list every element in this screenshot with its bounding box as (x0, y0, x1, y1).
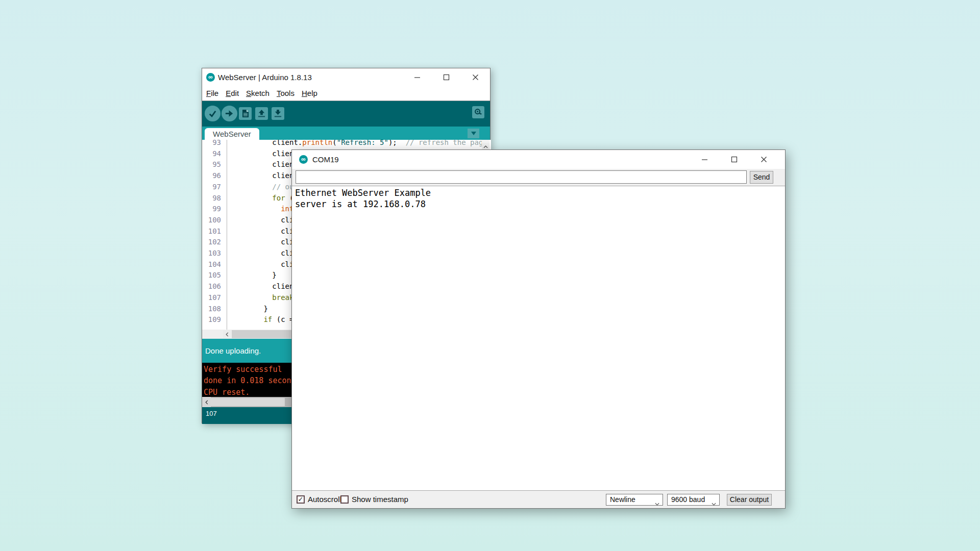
menu-item-sketch[interactable]: Sketch (242, 86, 273, 101)
scroll-left-button[interactable] (223, 330, 231, 338)
line-ending-value: Newline (610, 495, 635, 504)
close-icon (761, 156, 767, 163)
autoscroll-checkbox[interactable]: ✓ (297, 495, 305, 504)
line-number: 105 (202, 270, 221, 281)
scrollbar-thumb[interactable] (211, 398, 285, 406)
close-icon (472, 74, 479, 81)
serial-window-title: COM19 (312, 150, 339, 169)
gutter-separator (227, 140, 227, 330)
status-text: Done uploading. (205, 346, 261, 355)
autoscroll-label: Autoscroll (308, 491, 341, 508)
magnifier-icon (474, 108, 483, 117)
arduino-logo-icon: ∞ (299, 155, 308, 164)
line-number: 104 (202, 259, 221, 270)
verify-button[interactable] (205, 106, 220, 121)
serial-titlebar[interactable]: ∞ COM19 (292, 150, 785, 169)
baud-rate-select[interactable]: 9600 baud (667, 494, 720, 506)
serial-output-line: server is at 192.168.0.78 (295, 199, 785, 210)
line-number: 95 (202, 159, 221, 170)
serial-input-field[interactable] (296, 170, 747, 184)
minimize-button[interactable] (690, 150, 719, 169)
serial-output-line: Ethernet WebServer Example (295, 188, 785, 199)
minimize-icon (414, 74, 421, 81)
chevron-down-icon (471, 132, 476, 135)
maximize-button[interactable] (719, 150, 749, 169)
line-number: 109 (202, 314, 221, 325)
line-number: 98 (202, 193, 221, 204)
send-row: Send (292, 169, 785, 186)
arduino-titlebar[interactable]: ∞ WebServer | Arduino 1.8.13 (202, 68, 490, 86)
maximize-icon (443, 74, 450, 81)
save-sketch-button[interactable] (272, 107, 284, 120)
arduino-logo-icon: ∞ (206, 73, 215, 82)
chevron-left-icon (205, 400, 208, 405)
document-icon (241, 109, 250, 118)
ide-toolbar (202, 101, 490, 127)
line-number: 106 (202, 281, 221, 292)
checkmark-icon (208, 109, 217, 118)
serial-window-controls (690, 150, 778, 169)
arduino-window-controls (403, 68, 490, 86)
scroll-left-button[interactable] (202, 397, 211, 407)
tab-list-button[interactable] (468, 129, 479, 138)
line-number: 101 (202, 226, 221, 237)
line-number: 100 (202, 215, 221, 226)
desktop: { "colors": { "desktop_bg": "#d8f1f0", "… (0, 0, 980, 551)
show-timestamp-checkbox[interactable] (340, 495, 349, 504)
sketch-tab-bar: WebServer (202, 127, 490, 140)
right-arrow-icon (225, 109, 234, 118)
menu-bar: FileEditSketchToolsHelp (202, 86, 490, 101)
line-number: 93 (202, 140, 221, 148)
tab-webserver[interactable]: WebServer (205, 128, 259, 140)
menu-item-file[interactable]: File (203, 86, 222, 101)
close-button[interactable] (749, 150, 778, 169)
line-number-gutter: 9394959697989910010110210310410510610710… (202, 140, 221, 325)
chevron-left-icon (226, 332, 229, 337)
serial-output-area[interactable]: Ethernet WebServer Exampleserver is at 1… (292, 186, 785, 491)
line-number: 94 (202, 148, 221, 160)
baud-rate-value: 9600 baud (671, 495, 705, 504)
up-arrow-icon (257, 109, 266, 118)
chevron-down-icon (655, 498, 659, 509)
maximize-button[interactable] (432, 68, 461, 86)
current-line-indicator: 107 (206, 410, 217, 417)
line-number: 99 (202, 204, 221, 215)
minimize-icon (701, 156, 708, 163)
line-ending-select[interactable]: Newline (606, 494, 663, 506)
clear-output-button[interactable]: Clear output (727, 494, 772, 506)
menu-item-help[interactable]: Help (298, 86, 321, 101)
line-number: 102 (202, 237, 221, 248)
line-number: 107 (202, 292, 221, 304)
send-button[interactable]: Send (750, 171, 773, 184)
upload-button[interactable] (222, 106, 237, 121)
close-button[interactable] (461, 68, 490, 86)
serial-monitor-window: ∞ COM19 Send Ethernet WebServer Examples… (291, 149, 786, 509)
line-number: 97 (202, 182, 221, 193)
minimize-button[interactable] (403, 68, 432, 86)
serial-monitor-button[interactable] (472, 106, 484, 118)
down-arrow-icon (274, 109, 282, 118)
line-number: 103 (202, 248, 221, 259)
code-line: client.println("Refresh: 5"); // refresh… (229, 140, 491, 148)
chevron-down-icon (712, 498, 716, 509)
show-timestamp-label: Show timestamp (352, 491, 408, 508)
serial-bottom-bar: ✓ Autoscroll Show timestamp Newline 9600… (292, 491, 785, 508)
line-number: 96 (202, 170, 221, 182)
maximize-icon (731, 156, 738, 163)
chevron-up-icon (483, 145, 488, 148)
open-sketch-button[interactable] (255, 107, 268, 120)
arduino-window-title: WebServer | Arduino 1.8.13 (218, 68, 312, 86)
menu-item-edit[interactable]: Edit (222, 86, 242, 101)
menu-item-tools[interactable]: Tools (273, 86, 298, 101)
line-number: 108 (202, 304, 221, 315)
new-sketch-button[interactable] (239, 107, 252, 120)
